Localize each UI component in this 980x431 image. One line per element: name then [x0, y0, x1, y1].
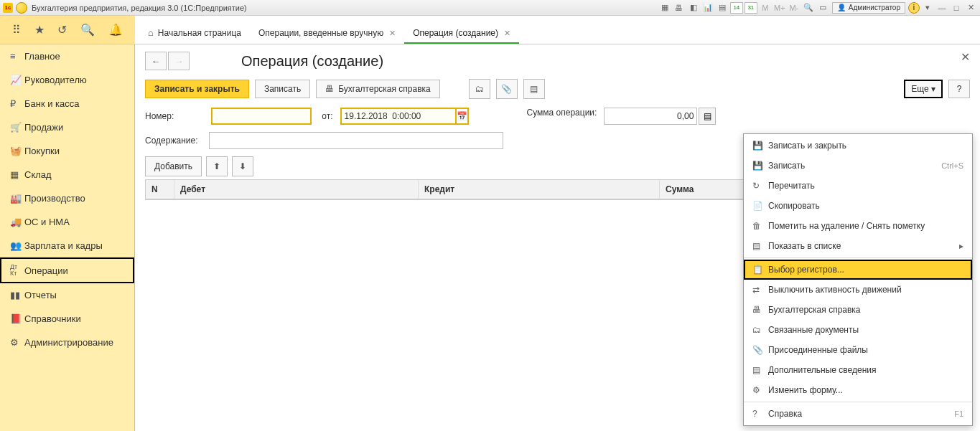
tab-label: Операции, введенные вручную [258, 28, 383, 38]
save-button[interactable]: Записать [255, 80, 310, 98]
sidebar-item-warehouse[interactable]: ▦Склад [0, 163, 134, 186]
save-close-icon: 💾 [752, 141, 768, 151]
sidebar-item-bank[interactable]: ₽Банк и касса [0, 92, 134, 115]
quick-panel: ⠿ ★ ↺ 🔍 🔔 [0, 16, 135, 44]
from-label: от: [322, 111, 332, 121]
help-button[interactable]: ? [948, 80, 970, 98]
sidebar-item-reports[interactable]: ▮▮Отчеты [0, 283, 134, 307]
menu-item-print[interactable]: 🖶Бухгалтерская справка [744, 300, 972, 320]
tab-home[interactable]: ⌂ Начальная страница [139, 22, 250, 44]
nav-forward-button[interactable]: → [168, 52, 190, 70]
menu-item-help[interactable]: ?СправкаF1 [744, 404, 972, 424]
close-page-icon[interactable]: ✕ [961, 50, 970, 64]
content-input[interactable] [209, 132, 503, 149]
user-button[interactable]: 👤Администратор [832, 2, 905, 14]
sidebar-item-assets[interactable]: 🚚ОС и НМА [0, 210, 134, 234]
toolbar-icon[interactable]: ▦ [658, 2, 671, 14]
sidebar-item-purchases[interactable]: 🧺Покупки [0, 139, 134, 163]
extra-icon: ▤ [752, 365, 768, 375]
window-titlebar: 1c Бухгалтерия предприятия, редакция 3.0… [0, 0, 980, 16]
form-icon: ⚙ [752, 385, 768, 395]
menu-item-label: Перечитать [768, 181, 815, 191]
more-menu: 💾Записать и закрыть💾ЗаписатьCtrl+S↻Переч… [743, 133, 973, 426]
copy-icon: 📄 [752, 201, 768, 211]
menu-item-refresh[interactable]: ↻Перечитать [744, 176, 972, 196]
menu-item-registers[interactable]: 📋Выбор регистров... [744, 260, 972, 280]
sidebar-item-main[interactable]: ≡Главное [0, 44, 134, 68]
boxes-icon: ▦ [10, 169, 24, 180]
tab-close-icon[interactable]: ✕ [504, 29, 510, 38]
bell-icon[interactable]: 🔔 [108, 23, 123, 37]
tab-operation-create[interactable]: Операция (создание) ✕ [404, 22, 519, 44]
calculator-button[interactable]: ▤ [699, 108, 716, 125]
menu-item-toggle[interactable]: ⇄Выключить активность движений [744, 280, 972, 300]
attach-button[interactable]: 📎 [496, 79, 518, 99]
compare-icon[interactable]: ◧ [687, 2, 700, 14]
sidebar-item-manager[interactable]: 📈Руководителю [0, 68, 134, 92]
tab-close-icon[interactable]: ✕ [389, 29, 396, 38]
menu-item-linked[interactable]: 🗂Связанные документы [744, 320, 972, 340]
m-icon[interactable]: M [759, 2, 772, 14]
info-icon[interactable]: i [908, 2, 920, 14]
calendar1-icon[interactable]: 14 [730, 2, 743, 14]
page-title: Операция (создание) [241, 53, 383, 70]
menu-item-show-list[interactable]: ▤Показать в списке▸ [744, 236, 972, 256]
menu-item-mark-delete[interactable]: 🗑Пометить на удаление / Снять пометку [744, 216, 972, 236]
sidebar-item-salary[interactable]: 👥Зарплата и кадры [0, 234, 134, 257]
more-button[interactable]: Еще ▾ [904, 80, 943, 98]
date-input[interactable] [340, 108, 457, 125]
menu-icon: ≡ [10, 51, 24, 62]
app-logo-icon: 1c [3, 3, 13, 13]
print-icon[interactable]: 🖶 [673, 2, 686, 14]
m-minus-icon[interactable]: M- [788, 2, 801, 14]
calendar2-icon[interactable]: 31 [745, 2, 757, 14]
menu-item-save-close[interactable]: 💾Записать и закрыть [744, 136, 972, 156]
sidebar-item-operations[interactable]: ДтКтОперации [0, 257, 134, 283]
sidebar-item-label: Отчеты [24, 290, 57, 300]
menu-item-label: Скопировать [768, 201, 820, 211]
linked-docs-button[interactable]: 🗂 [469, 79, 490, 99]
menu-item-copy[interactable]: 📄Скопировать [744, 196, 972, 216]
menu-item-label: Пометить на удаление / Снять пометку [768, 221, 925, 231]
dropdown-icon[interactable]: ▾ [921, 2, 934, 14]
menu-item-label: Справка [768, 409, 802, 419]
m-plus-icon[interactable]: M+ [773, 2, 786, 14]
move-down-button[interactable]: ⬇ [232, 156, 253, 176]
add-row-button[interactable]: Добавить [145, 156, 202, 176]
sidebar-item-production[interactable]: 🏭Производство [0, 186, 134, 210]
apps-icon[interactable]: ⠿ [12, 23, 21, 37]
number-input[interactable] [211, 108, 312, 125]
windows-icon[interactable]: ▭ [816, 2, 829, 14]
menu-item-save[interactable]: 💾ЗаписатьCtrl+S [744, 156, 972, 176]
sidebar-item-refs[interactable]: 📕Справочники [0, 307, 134, 331]
save-close-button[interactable]: Записать и закрыть [145, 80, 249, 98]
dtkt-icon: ДтКт [10, 264, 24, 277]
zoom-icon[interactable]: 🔍 [802, 2, 815, 14]
move-up-button[interactable]: ⬆ [206, 156, 228, 176]
history-icon[interactable]: ↺ [57, 23, 67, 37]
form-toolbar: Записать и закрыть Записать 🖶Бухгалтерск… [145, 79, 970, 99]
sidebar-item-label: Руководителю [24, 75, 87, 85]
search-icon[interactable]: 🔍 [80, 23, 95, 37]
minimize-icon[interactable]: — [935, 2, 948, 14]
list-button[interactable]: ▤ [523, 79, 545, 99]
sidebar-item-admin[interactable]: ⚙Администрирование [0, 331, 134, 354]
close-window-icon[interactable]: ✕ [964, 2, 977, 14]
chart-icon[interactable]: 📊 [701, 2, 714, 14]
app-menu-drop-icon[interactable] [16, 2, 27, 14]
menu-item-attach[interactable]: 📎Присоединенные файлы [744, 340, 972, 360]
tab-operations-list[interactable]: Операции, введенные вручную ✕ [250, 22, 404, 44]
sidebar-item-sales[interactable]: 🛒Продажи [0, 115, 134, 139]
nav-back-button[interactable]: ← [145, 52, 167, 70]
favorite-icon[interactable]: ★ [34, 23, 45, 37]
table-icon[interactable]: ▤ [716, 2, 729, 14]
menu-item-label: Выключить активность движений [768, 285, 902, 295]
mark-delete-icon: 🗑 [752, 221, 768, 231]
menu-item-form[interactable]: ⚙Изменить форму... [744, 380, 972, 400]
menu-item-label: Связанные документы [768, 325, 859, 335]
calendar-button[interactable]: 📅 [457, 108, 469, 125]
maximize-icon[interactable]: □ [950, 2, 963, 14]
menu-item-extra[interactable]: ▤Дополнительные сведения [744, 360, 972, 380]
sum-input[interactable] [604, 108, 697, 125]
print-button[interactable]: 🖶Бухгалтерская справка [316, 80, 440, 98]
